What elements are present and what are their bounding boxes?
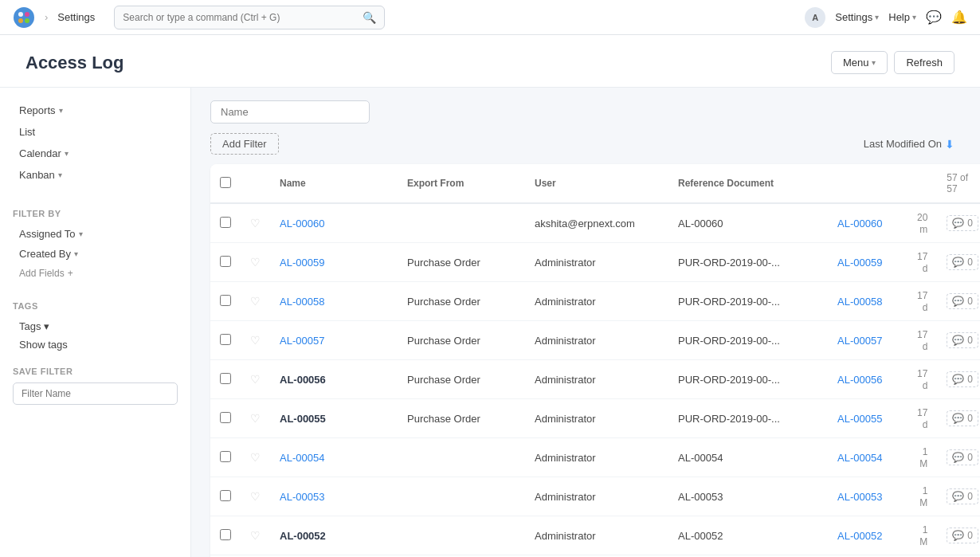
comment-button[interactable]: 💬 0: [947, 254, 978, 270]
favorite-icon[interactable]: ♡: [250, 217, 261, 229]
row-doc-link[interactable]: AL-00060: [837, 218, 882, 229]
row-doc-link[interactable]: AL-00059: [837, 257, 882, 269]
row-checkbox[interactable]: [220, 412, 231, 423]
row-name-link[interactable]: AL-00059: [280, 257, 324, 269]
col-header-doc: [828, 164, 907, 203]
menu-button[interactable]: Menu ▾: [831, 51, 888, 74]
favorite-icon[interactable]: ♡: [250, 373, 261, 386]
comment-button[interactable]: 💬 0: [947, 528, 978, 543]
row-time-cell: 17 d: [907, 282, 937, 321]
row-checkbox[interactable]: [220, 451, 231, 462]
help-menu-btn[interactable]: Help ▾: [888, 11, 916, 23]
comment-button[interactable]: 💬 0: [947, 332, 978, 348]
comment-button[interactable]: 💬 0: [947, 371, 978, 387]
row-doc-link[interactable]: AL-00054: [837, 452, 882, 464]
row-name-link[interactable]: AL-00058: [280, 296, 324, 308]
row-name-cell: AL-00052: [270, 516, 398, 555]
svg-point-0: [14, 7, 34, 28]
sidebar-item-list[interactable]: List: [13, 122, 178, 142]
table-row: ♡ AL-00053 Administrator AL-00053 AL-000…: [210, 477, 980, 516]
row-name-link[interactable]: AL-00055: [280, 413, 326, 425]
page-actions: Menu ▾ Refresh: [831, 51, 955, 74]
global-search[interactable]: 🔍: [114, 6, 385, 29]
comment-count: 0: [967, 296, 973, 307]
comment-count: 0: [967, 257, 973, 268]
favorite-icon[interactable]: ♡: [250, 256, 261, 269]
page-header: Access Log Menu ▾ Refresh: [0, 35, 980, 88]
filter-created-by[interactable]: Created By ▾: [13, 245, 178, 263]
app-logo[interactable]: [13, 6, 35, 29]
row-doc-link[interactable]: AL-00056: [837, 374, 882, 386]
comment-count: 0: [967, 491, 973, 502]
comment-button[interactable]: 💬 0: [947, 293, 978, 309]
col-header-ref: Reference Document: [668, 164, 828, 203]
favorite-icon[interactable]: ♡: [250, 334, 261, 347]
comment-icon: 💬: [952, 452, 964, 463]
bell-icon[interactable]: 🔔: [951, 10, 967, 25]
row-checkbox[interactable]: [220, 373, 231, 384]
row-export-cell: [398, 203, 525, 243]
favorite-icon[interactable]: ♡: [250, 529, 261, 542]
table-header-row: Name Export From User Reference Document…: [210, 164, 980, 203]
row-fav-cell: ♡: [241, 282, 270, 321]
row-doc-link[interactable]: AL-00052: [837, 530, 882, 542]
add-filter-button[interactable]: Add Filter: [210, 133, 279, 155]
add-fields-btn[interactable]: Add Fields +: [13, 265, 178, 282]
row-checkbox[interactable]: [220, 295, 231, 306]
row-doc-link[interactable]: AL-00055: [837, 413, 882, 425]
favorite-icon[interactable]: ♡: [250, 490, 261, 503]
row-checkbox-cell: [210, 203, 241, 243]
filter-actions: Add Filter Last Modified On ⬇: [210, 133, 961, 155]
chat-icon[interactable]: 💬: [926, 10, 942, 25]
row-checkbox[interactable]: [220, 217, 231, 228]
sidebar-item-reports[interactable]: Reports ▾: [13, 100, 178, 120]
row-user-cell: Administrator: [525, 282, 668, 321]
col-header-name[interactable]: Name: [270, 164, 398, 203]
row-name-link[interactable]: AL-00060: [280, 218, 324, 229]
filter-name-input[interactable]: [13, 382, 178, 405]
name-filter-input[interactable]: [210, 100, 370, 124]
row-time: 1 M: [919, 446, 927, 469]
col-header-user: User: [525, 164, 668, 203]
sidebar-item-calendar[interactable]: Calendar ▾: [13, 143, 178, 163]
sort-button[interactable]: Last Modified On ⬇: [857, 135, 961, 154]
table-row: ♡ AL-00060 akshita@erpnext.com AL-00060 …: [210, 203, 980, 243]
comment-count: 0: [967, 413, 973, 424]
row-checkbox[interactable]: [220, 334, 231, 345]
row-name-link[interactable]: AL-00053: [280, 491, 324, 503]
row-name-link[interactable]: AL-00052: [280, 530, 326, 542]
row-time-cell: 1 M: [907, 477, 937, 516]
comment-button[interactable]: 💬 0: [947, 410, 978, 426]
row-fav-cell: ♡: [241, 321, 270, 360]
avatar[interactable]: A: [805, 7, 825, 28]
show-tags-btn[interactable]: Show tags: [13, 335, 178, 354]
row-doc-cell: AL-00054: [828, 438, 907, 477]
search-input[interactable]: [123, 12, 359, 23]
row-doc-link[interactable]: AL-00057: [837, 335, 882, 347]
favorite-icon[interactable]: ♡: [250, 451, 261, 464]
row-export-cell: [398, 438, 525, 477]
breadcrumb-settings[interactable]: Settings: [57, 11, 95, 23]
row-user-cell: Administrator: [525, 438, 668, 477]
favorite-icon[interactable]: ♡: [250, 295, 261, 308]
row-checkbox[interactable]: [220, 256, 231, 267]
comment-button[interactable]: 💬 0: [947, 449, 978, 465]
row-user-cell: akshita@erpnext.com: [525, 203, 668, 243]
row-name-link[interactable]: AL-00054: [280, 452, 324, 464]
filter-assigned-to[interactable]: Assigned To ▾: [13, 225, 178, 243]
comment-button[interactable]: 💬 0: [947, 215, 978, 231]
tags-item[interactable]: Tags ▾: [13, 317, 178, 335]
row-doc-link[interactable]: AL-00053: [837, 491, 882, 503]
comment-button[interactable]: 💬 0: [947, 488, 978, 504]
settings-menu-btn[interactable]: Settings ▾: [835, 11, 879, 23]
select-all-checkbox[interactable]: [220, 177, 231, 188]
refresh-button[interactable]: Refresh: [894, 51, 955, 74]
sidebar-item-kanban[interactable]: Kanban ▾: [13, 165, 178, 185]
favorite-icon[interactable]: ♡: [250, 412, 261, 425]
row-name-link[interactable]: AL-00057: [280, 335, 324, 347]
row-doc-link[interactable]: AL-00058: [837, 296, 882, 308]
comment-count: 0: [967, 374, 973, 385]
row-checkbox[interactable]: [220, 490, 231, 501]
row-checkbox[interactable]: [220, 529, 231, 540]
row-name-link[interactable]: AL-00056: [280, 374, 326, 386]
